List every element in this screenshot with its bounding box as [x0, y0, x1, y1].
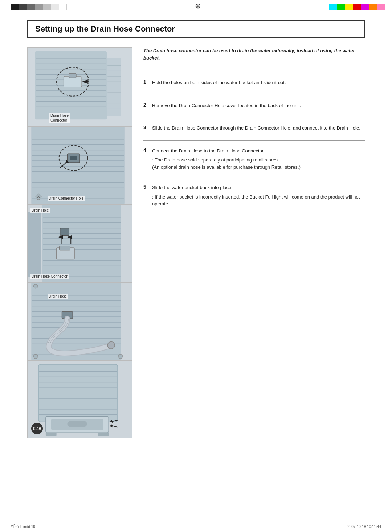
svg-point-88: [33, 284, 38, 288]
step-4-note-2: (An optional drain hose is available for…: [152, 164, 365, 171]
left-column-images: Drain HoseConnector: [27, 47, 132, 438]
step-5-block: 5 Slide the water bucket back into place…: [143, 177, 365, 214]
caption-img1: Drain HoseConnector: [49, 113, 70, 123]
step-1-text: Hold the holes on both sides of the wate…: [152, 79, 286, 86]
swatch-1: [11, 4, 19, 10]
swatch-7: [59, 4, 67, 10]
svg-rect-70: [28, 212, 41, 277]
step-2-number: 2: [143, 102, 149, 108]
top-center-crosshair: ⊕: [67, 1, 329, 12]
svg-point-89: [33, 354, 38, 359]
right-margin-line: [372, 12, 372, 521]
svg-rect-28: [31, 127, 125, 204]
content-layout: Drain HoseConnector: [27, 47, 365, 438]
caption-img4: Drain Hose: [48, 294, 68, 299]
swatch-3: [27, 4, 35, 10]
svg-rect-14: [69, 73, 76, 78]
step-3-block: 3 Slide the Drain Hose Connector through…: [143, 118, 365, 141]
step-3-number: 3: [143, 124, 149, 130]
main-content: Setting up the Drain Hose Connector: [27, 20, 365, 514]
image-box-5: E-16: [27, 360, 132, 438]
right-column-steps: The Drain hose connector can be used to …: [132, 47, 365, 438]
svg-rect-104: [67, 421, 87, 427]
step-4-text: Connect the Drain Hose to the Drain Hose…: [152, 147, 265, 155]
caption-img3-top: Drain Hole: [30, 208, 50, 213]
svg-rect-67: [60, 246, 70, 250]
step-1-number: 1: [143, 79, 149, 85]
image-box-3: Drain Hole Drain Hose Connector: [27, 204, 132, 282]
image-box-2: Drain Connector Hole: [27, 126, 132, 204]
footer-left: ¥Ê•ú-E.indd 16: [11, 525, 35, 529]
footer-right: 2007-10-18 10:11:44: [347, 525, 381, 529]
page-title: Setting up the Drain Hose Connector: [35, 24, 175, 33]
step-4-number: 4: [143, 147, 149, 153]
swatch-pink: [377, 4, 385, 10]
bottom-bar: ¥Ê•ú-E.indd 16 2007-10-18 10:11:44: [0, 521, 392, 532]
crosshair-icon: ⊕: [195, 1, 201, 10]
step-4-block: 4 Connect the Drain Hose to the Drain Ho…: [143, 141, 365, 178]
right-swatches: [329, 4, 385, 10]
step-5-text: Slide the water bucket back into place.: [152, 184, 233, 191]
svg-point-90: [118, 354, 123, 359]
svg-rect-109: [46, 433, 57, 436]
left-swatches: [11, 4, 67, 12]
caption-img3-bottom: Drain Hose Connector: [30, 274, 69, 279]
swatch-orange: [369, 4, 377, 10]
swatch-red: [353, 4, 361, 10]
svg-rect-65: [60, 228, 69, 235]
image-box-1: Drain HoseConnector: [27, 47, 132, 126]
swatch-magenta: [361, 4, 369, 10]
swatch-yellow: [345, 4, 353, 10]
step-2-text: Remove the Drain Connector Hole cover lo…: [152, 102, 301, 109]
swatch-5: [43, 4, 51, 10]
caption-img2: Drain Connector Hole: [48, 196, 85, 201]
step-5-note-1: : If the water bucket is incorrectly ins…: [152, 193, 365, 208]
page-title-box: Setting up the Drain Hose Connector: [27, 20, 365, 38]
svg-rect-110: [98, 433, 109, 436]
step-4-note-1: : The Drain hose sold separately at part…: [152, 156, 365, 164]
step-1-block: 1 Hold the holes on both sides of the wa…: [143, 73, 365, 95]
page-number-badge: E-16: [31, 423, 43, 434]
step-2-block: 2 Remove the Drain Connector Hole cover …: [143, 95, 365, 118]
intro-text: The Drain hose connector can be used to …: [143, 47, 365, 67]
swatch-green: [337, 4, 345, 10]
swatch-6: [51, 4, 59, 10]
svg-point-87: [107, 341, 115, 349]
svg-rect-51: [42, 205, 121, 282]
swatch-4: [35, 4, 43, 10]
svg-rect-43: [70, 156, 77, 160]
left-margin-line: [20, 12, 20, 521]
swatch-cyan: [329, 4, 337, 10]
top-registration-bar: ⊕: [0, 0, 392, 12]
step-3-text: Slide the Drain Hose Connector through t…: [152, 124, 360, 132]
image-box-4: Drain Hose: [27, 282, 132, 360]
step-5-number: 5: [143, 184, 149, 190]
swatch-2: [19, 4, 27, 10]
